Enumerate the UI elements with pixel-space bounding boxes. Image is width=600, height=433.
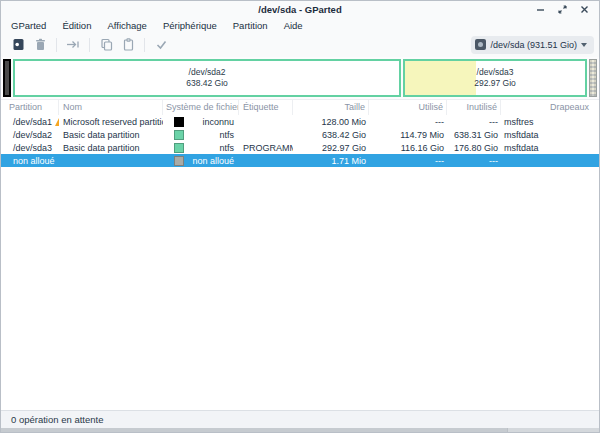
menu-affichage[interactable]: Affichage	[99, 18, 154, 34]
utilise-value: ---	[369, 156, 447, 166]
menu-edition[interactable]: Édition	[54, 18, 99, 34]
taille-value: 1.71 Mio	[293, 156, 369, 166]
taille-value: 128.00 Mio	[293, 117, 369, 127]
copy-button[interactable]	[95, 36, 117, 54]
taille-value: 292.97 Gio	[293, 143, 369, 153]
utilise-value: 116.16 Gio	[369, 143, 447, 153]
new-partition-button[interactable]	[7, 36, 29, 54]
segment-sda2-size: 638.42 Gio	[186, 78, 228, 89]
segment-sda2-name: /dev/sda2	[186, 67, 228, 78]
inutilise-value: ---	[447, 117, 501, 127]
disk-segment-sda2[interactable]: /dev/sda2 638.42 Gio	[13, 59, 401, 97]
menu-aide[interactable]: Aide	[276, 18, 311, 34]
window-controls	[535, 5, 599, 15]
window-title: /dev/sda - GParted	[1, 4, 599, 15]
device-selector-label: /dev/sda (931.51 Gio)	[490, 40, 577, 50]
header-systeme-de-fichiers: Système de fichiers	[163, 100, 239, 115]
menu-gparted[interactable]: GParted	[3, 18, 54, 34]
header-partition: Partition	[1, 100, 59, 115]
disk-segment-sda1[interactable]	[3, 59, 11, 97]
filesystem-name: non alloué	[184, 156, 239, 166]
partition-name: /dev/sda2	[13, 130, 52, 140]
warning-icon	[55, 118, 59, 126]
header-nom: Nom	[59, 100, 163, 115]
filesystem-color-swatch	[174, 130, 184, 140]
resize-grip[interactable]	[507, 428, 599, 432]
filesystem-name: inconnu	[184, 117, 239, 127]
utilise-value: ---	[369, 117, 447, 127]
segment-sda3-name: /dev/sda3	[474, 67, 516, 78]
resize-move-button[interactable]	[62, 36, 84, 54]
disk-segment-unallocated[interactable]	[589, 59, 597, 97]
gparted-window: /dev/sda - GParted GParted Édition Affic…	[0, 0, 600, 433]
inutilise-value: 176.80 Gio	[447, 143, 501, 153]
paste-button[interactable]	[117, 36, 139, 54]
filesystem-name: ntfs	[184, 143, 239, 153]
header-inutilise: Inutilisé	[447, 100, 501, 115]
partition-label: Basic data partition	[59, 130, 163, 140]
etiquette-value: PROGRAMMES	[239, 143, 293, 153]
statusbar: 0 opération en attente	[1, 410, 599, 428]
partition-label: Basic data partition	[59, 143, 163, 153]
table-row-unallocated[interactable]: non alloué non alloué 1.71 Mio --- ---	[1, 154, 599, 167]
header-taille: Taille	[293, 100, 369, 115]
toolbar: /dev/sda (931.51 Gio)	[1, 34, 599, 57]
partition-name: /dev/sda3	[13, 143, 52, 153]
taille-value: 638.42 Gio	[293, 130, 369, 140]
pending-operations-text: 0 opération en attente	[11, 414, 103, 425]
utilise-value: 114.79 Mio	[369, 130, 447, 140]
close-button[interactable]	[579, 5, 589, 15]
device-selector[interactable]: /dev/sda (931.51 Gio)	[471, 36, 594, 54]
filesystem-color-swatch	[174, 117, 184, 127]
drapeaux-value: msftres	[501, 117, 599, 127]
empty-area	[1, 167, 599, 410]
segment-sda3-size: 292.97 Gio	[474, 78, 516, 89]
drapeaux-value: msftdata	[501, 130, 599, 140]
menu-peripherique[interactable]: Périphérique	[155, 18, 225, 34]
apply-operations-button[interactable]	[150, 36, 172, 54]
hard-drive-icon	[475, 39, 486, 50]
disk-segment-sda3[interactable]: /dev/sda3 292.97 Gio	[403, 59, 587, 97]
table-row-sda3[interactable]: /dev/sda3 Basic data partition ntfs PROG…	[1, 141, 599, 154]
inutilise-value: ---	[447, 156, 501, 166]
titlebar: /dev/sda - GParted	[1, 1, 599, 18]
toolbar-separator	[56, 38, 57, 52]
table-row-sda2[interactable]: /dev/sda2 Basic data partition ntfs 638.…	[1, 128, 599, 141]
table-row-sda1[interactable]: /dev/sda1 Microsoft reserved partition i…	[1, 115, 599, 128]
header-etiquette: Étiquette	[239, 100, 293, 115]
delete-partition-button[interactable]	[29, 36, 51, 54]
restore-button[interactable]	[557, 5, 567, 15]
disk-visual-bar: /dev/sda2 638.42 Gio /dev/sda3 292.97 Gi…	[1, 57, 599, 99]
partition-label: Microsoft reserved partition	[59, 117, 163, 127]
minimize-button[interactable]	[535, 5, 545, 15]
chevron-down-icon	[581, 43, 587, 47]
inutilise-value: 638.31 Gio	[447, 130, 501, 140]
window-bottom-edge	[1, 428, 599, 432]
menu-partition[interactable]: Partition	[225, 18, 276, 34]
filesystem-name: ntfs	[184, 130, 239, 140]
partition-table: Partition Nom Système de fichiers Étique…	[1, 99, 599, 167]
toolbar-separator	[89, 38, 90, 52]
partition-name: /dev/sda1	[13, 117, 52, 127]
header-drapeaux: Drapeaux	[501, 100, 599, 115]
filesystem-color-swatch	[174, 156, 184, 166]
filesystem-color-swatch	[174, 143, 184, 153]
used-space-overlay	[405, 61, 476, 95]
menubar: GParted Édition Affichage Périphérique P…	[1, 18, 599, 34]
drapeaux-value: msftdata	[501, 143, 599, 153]
partition-name: non alloué	[13, 156, 55, 166]
header-utilise: Utilisé	[369, 100, 447, 115]
toolbar-separator	[144, 38, 145, 52]
table-header: Partition Nom Système de fichiers Étique…	[1, 100, 599, 115]
